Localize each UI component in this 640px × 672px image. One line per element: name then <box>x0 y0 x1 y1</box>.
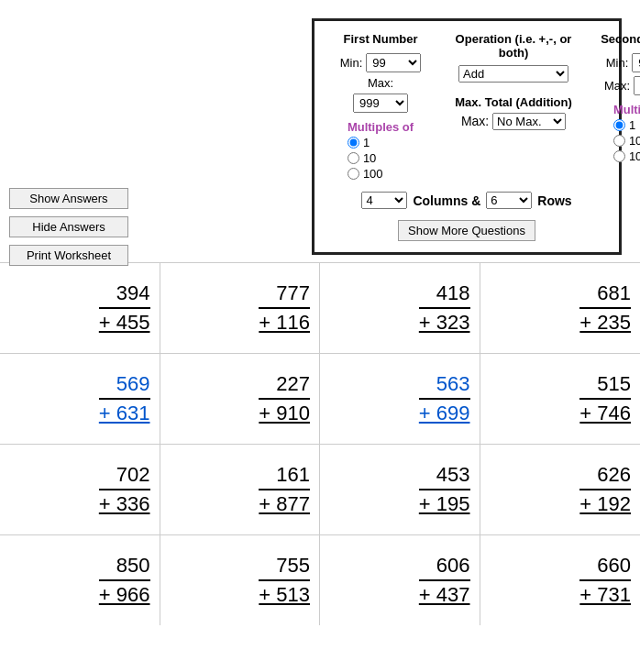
first-mult-10-radio[interactable] <box>348 152 359 164</box>
second-number-title: Second Number <box>601 32 640 46</box>
problem-bottom: + 910 <box>259 398 310 425</box>
columns-label: Columns & <box>413 193 480 208</box>
second-number-section: Second Number Min: 99 Max: 999 <box>591 32 640 181</box>
problem-bottom: + 192 <box>579 489 631 516</box>
second-mult-1-label: 1 <box>629 118 635 132</box>
rows-label: Rows <box>537 193 571 208</box>
first-max-select[interactable]: 999 <box>353 94 408 113</box>
problem-cell: 660 + 731 <box>480 535 641 625</box>
problem-cell: 453 + 195 <box>320 445 480 534</box>
config-panel: First Number Min: 99 Max: 999 <box>312 18 622 255</box>
problem-bottom: + 437 <box>419 579 470 607</box>
problem-cell: 161 + 877 <box>160 445 321 534</box>
worksheet-row: 850 + 966 755 + 513 606 + 437 660 + 731 <box>0 534 640 625</box>
first-max-label: Max: <box>368 76 393 90</box>
first-mult-1-label: 1 <box>363 136 370 149</box>
max-total-label: Max: <box>461 114 489 128</box>
worksheet-row: 569 + 631 227 + 910 563 + 699 515 + 746 <box>0 353 640 444</box>
problem-cell: 227 + 910 <box>160 354 321 444</box>
first-multiples-title: Multiples of <box>348 120 414 134</box>
first-number-title: First Number <box>344 32 418 46</box>
first-min-label: Min: <box>340 56 363 70</box>
problem-cell: 850 + 966 <box>0 535 160 625</box>
problem-top: 850 <box>116 554 150 578</box>
second-mult-10-radio[interactable] <box>613 135 625 147</box>
problem-bottom: + 631 <box>99 398 150 425</box>
problem-top: 394 <box>116 281 150 305</box>
rows-select[interactable]: 6 4 8 <box>486 192 532 209</box>
hide-answers-button[interactable]: Hide Answers <box>9 216 128 237</box>
problem-cell: 563 + 699 <box>320 354 480 444</box>
operation-title: Operation (i.e. +,-, or both) <box>456 32 572 60</box>
second-mult-100-label: 100 <box>629 149 640 163</box>
problem-cell: 755 + 513 <box>160 535 321 625</box>
first-mult-100-label: 100 <box>363 167 383 181</box>
second-max-label: Max: <box>604 79 630 93</box>
problem-cell: 777 + 116 <box>160 263 321 353</box>
problem-top: 515 <box>597 372 631 396</box>
second-min-label: Min: <box>606 56 629 70</box>
first-mult-100-radio[interactable] <box>348 168 359 180</box>
second-max-select[interactable]: 999 <box>634 76 640 95</box>
first-mult-1-radio[interactable] <box>348 137 359 149</box>
problem-top: 777 <box>276 281 310 305</box>
problem-top: 626 <box>597 463 631 487</box>
second-mult-1-radio[interactable] <box>613 119 625 131</box>
problem-bottom: + 195 <box>419 489 470 516</box>
problem-cell: 418 + 323 <box>320 263 480 353</box>
first-min-select[interactable]: 99 <box>366 53 421 72</box>
max-total-select[interactable]: No Max. <box>492 113 566 130</box>
worksheet-row: 394 + 455 777 + 116 418 + 323 681 + 235 <box>0 262 640 353</box>
operation-select[interactable]: Add Subtract Both <box>458 65 568 83</box>
problem-bottom: + 877 <box>259 489 310 516</box>
first-number-section: First Number Min: 99 Max: 999 <box>326 32 436 181</box>
problem-top: 702 <box>116 463 150 487</box>
worksheet-row: 702 + 336 161 + 877 453 + 195 626 + 192 <box>0 444 640 534</box>
problem-cell: 681 + 235 <box>480 263 641 353</box>
problem-bottom: + 336 <box>99 489 150 516</box>
problem-cell: 626 + 192 <box>480 445 641 534</box>
problem-bottom: + 746 <box>579 398 631 425</box>
worksheet: 394 + 455 777 + 116 418 + 323 681 + 235 … <box>0 262 640 625</box>
second-multiples-title: Multiples of <box>613 103 640 116</box>
columns-select[interactable]: 4 3 5 <box>361 192 407 209</box>
problem-top: 660 <box>597 554 631 578</box>
problem-cell: 394 + 455 <box>0 263 160 353</box>
problem-bottom: + 699 <box>419 398 470 425</box>
problem-bottom: + 513 <box>259 579 310 607</box>
first-mult-10-label: 10 <box>363 151 376 165</box>
show-answers-button[interactable]: Show Answers <box>9 188 128 209</box>
problem-top: 681 <box>597 281 631 305</box>
problem-bottom: + 116 <box>259 307 310 335</box>
problem-bottom: + 323 <box>419 307 470 335</box>
problem-top: 563 <box>436 372 470 396</box>
problem-bottom: + 455 <box>99 307 150 335</box>
operation-section: Operation (i.e. +,-, or both) Add Subtra… <box>454 32 573 181</box>
second-mult-10-label: 10 <box>629 134 640 148</box>
problem-cell: 515 + 746 <box>480 354 641 444</box>
problem-top: 755 <box>276 554 310 578</box>
problem-cell: 569 + 631 <box>0 354 160 444</box>
problem-bottom: + 731 <box>579 579 631 607</box>
problem-top: 418 <box>436 281 470 305</box>
problem-top: 453 <box>436 463 470 487</box>
show-more-questions-button[interactable]: Show More Questions <box>398 220 535 241</box>
problem-cell: 702 + 336 <box>0 445 160 534</box>
problem-bottom: + 966 <box>99 579 150 607</box>
problem-top: 606 <box>436 554 470 578</box>
problem-top: 161 <box>276 463 310 487</box>
max-total-title: Max. Total (Addition) <box>455 95 572 109</box>
print-worksheet-button[interactable]: Print Worksheet <box>9 245 128 266</box>
second-mult-100-radio[interactable] <box>613 150 625 162</box>
problem-top: 569 <box>116 372 150 396</box>
second-min-select[interactable]: 99 <box>632 53 640 72</box>
problem-top: 227 <box>276 372 310 396</box>
problem-cell: 606 + 437 <box>320 535 480 625</box>
columns-rows-row: 4 3 5 Columns & 6 4 8 Rows <box>326 192 608 209</box>
problem-bottom: + 235 <box>579 307 631 335</box>
